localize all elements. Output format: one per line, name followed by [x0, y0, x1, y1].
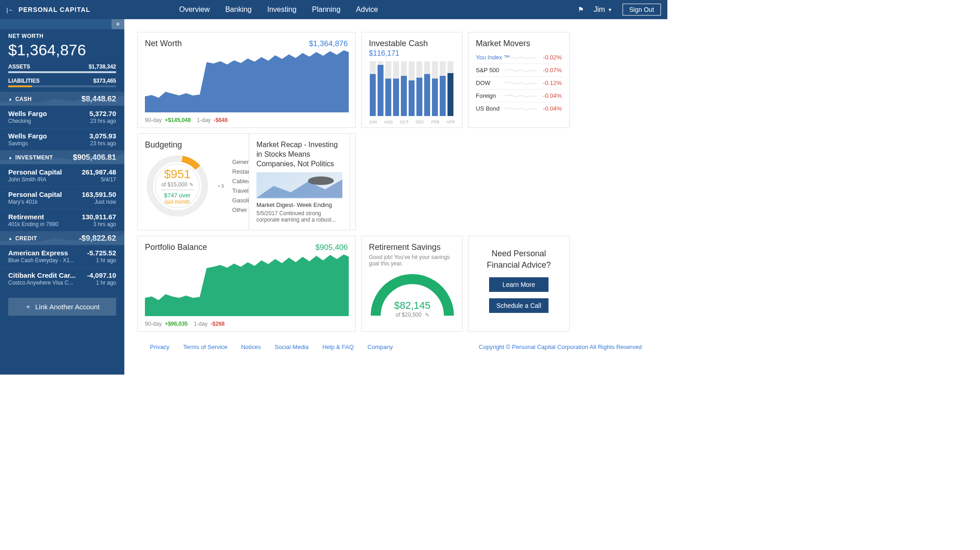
networth-label: NET WORTH	[8, 33, 116, 39]
svg-rect-11	[370, 61, 376, 74]
footer-link[interactable]: Company	[368, 344, 393, 350]
svg-rect-1	[378, 65, 383, 116]
learn-more-button[interactable]: Learn More	[489, 277, 549, 292]
svg-rect-2	[385, 79, 391, 116]
main-nav: Overview Banking Investing Planning Advi…	[179, 5, 378, 14]
portfolio-chart	[145, 252, 349, 316]
nav-investing[interactable]: Investing	[267, 5, 297, 14]
nav-planning[interactable]: Planning	[312, 5, 341, 14]
market-mover-row[interactable]: S&P 500-0.07%	[476, 64, 562, 77]
svg-rect-9	[440, 76, 446, 116]
recap-image	[256, 172, 342, 199]
investable-cash-card[interactable]: Investable Cash $116,171	[361, 32, 463, 128]
liabilities-value: $373,465	[93, 78, 116, 84]
collapse-sidebar-icon[interactable]: |←	[6, 6, 14, 13]
topbar: |← PERSONAL CAPITAL Overview Banking Inv…	[0, 0, 667, 19]
svg-rect-16	[409, 61, 415, 80]
card-title: Market Movers	[476, 39, 562, 48]
liabilities-label: LIABILITIES	[8, 78, 40, 84]
svg-rect-14	[393, 61, 399, 79]
svg-rect-20	[440, 61, 446, 76]
account-row[interactable]: Personal CapitalJohn Smith IRA261,987.48…	[0, 164, 124, 186]
market-mover-row[interactable]: DOW-0.12%	[476, 77, 562, 90]
brand-logo: PERSONAL CAPITAL	[18, 6, 90, 13]
copyright: Copyright © Personal Capital Corporation…	[479, 344, 642, 350]
card-title: Retirement Savings	[369, 243, 455, 252]
market-mover-row[interactable]: US Bond-0.04%	[476, 102, 562, 115]
add-account-button[interactable]: +	[112, 19, 124, 29]
plus-icon: ＋	[25, 302, 32, 311]
portfolio-balance-card[interactable]: Portfolio Balance $905,406 90-day +$96,0…	[137, 236, 356, 332]
market-recap-card[interactable]: Market Recap - Investing in Stocks Means…	[249, 133, 350, 230]
schedule-call-button[interactable]: Schedule a Call	[489, 298, 549, 313]
budget-donut: $951 of $15,000✎ $747 over last month	[145, 153, 210, 218]
market-movers-card[interactable]: Market Movers You Index ™-0.02%S&P 500-0…	[468, 32, 570, 128]
card-title: Portfolio Balance	[145, 243, 207, 252]
pencil-icon[interactable]: ✎	[189, 182, 193, 187]
caret-down-icon: ▼	[608, 7, 612, 12]
svg-rect-10	[447, 73, 453, 116]
bar-axis: JUNAUGOCTDECFEBAPR	[369, 120, 455, 124]
net-worth-amount: $1,364,876	[309, 39, 348, 48]
investable-amount: $116,171	[369, 49, 455, 58]
recap-title: Market Recap - Investing in Stocks Means…	[256, 140, 342, 169]
sidebar: + NET WORTH $1,364,876 ASSETS$1,738,342 …	[0, 19, 124, 375]
footer-link[interactable]: Social Media	[275, 344, 309, 350]
account-row[interactable]: Retirement401k Ending in 7890130,911.673…	[0, 209, 124, 231]
retirement-savings-card[interactable]: Retirement Savings Good job! You've hit …	[361, 236, 463, 332]
nav-banking[interactable]: Banking	[225, 5, 252, 14]
user-menu[interactable]: Jim ▼	[594, 5, 612, 14]
svg-point-26	[308, 177, 334, 185]
investable-bar-chart	[369, 61, 456, 116]
retirement-gauge: $82,145 of $20,500 ✎	[369, 272, 456, 318]
card-title: Net Worth	[145, 39, 182, 48]
assets-label: ASSETS	[8, 63, 30, 70]
portfolio-amount: $905,406	[315, 243, 348, 252]
svg-rect-3	[393, 79, 399, 116]
account-row[interactable]: Wells FargoSavings3,075.9323 hrs ago	[0, 128, 124, 150]
svg-rect-21	[447, 61, 453, 73]
svg-rect-13	[385, 61, 391, 79]
account-row[interactable]: American ExpressBlue Cash Everyday - X1.…	[0, 245, 124, 267]
svg-rect-0	[370, 74, 376, 116]
footer-link[interactable]: Terms of Service	[183, 344, 228, 350]
budget-day-marker: • 9	[218, 183, 224, 189]
dashboard-main: Net Worth $1,364,876 90-day +$145,048 1-…	[124, 19, 667, 375]
networth-value: $1,364,876	[8, 41, 116, 59]
svg-rect-17	[416, 61, 422, 78]
sign-out-button[interactable]: Sign Out	[623, 4, 661, 16]
nav-advice[interactable]: Advice	[356, 5, 378, 14]
pencil-icon[interactable]: ✎	[425, 312, 429, 317]
svg-rect-7	[424, 74, 430, 116]
account-row[interactable]: Personal CapitalMary's 401k163,591.50Jus…	[0, 186, 124, 209]
sidebar-category-investment[interactable]: ▲ INVESTMENT$905,406.81	[0, 150, 124, 164]
sidebar-category-credit[interactable]: ▲ CREDIT-$9,822.62	[0, 231, 124, 245]
link-account-button[interactable]: ＋ Link Another Account	[8, 298, 116, 316]
card-title: Investable Cash	[369, 39, 455, 48]
market-mover-row[interactable]: Foreign-0.04%	[476, 90, 562, 102]
svg-rect-12	[378, 61, 383, 65]
footer-link[interactable]: Privacy	[150, 344, 170, 350]
svg-rect-19	[432, 61, 438, 79]
account-row[interactable]: Wells FargoChecking5,372.7023 hrs ago	[0, 106, 124, 128]
net-worth-chart	[145, 48, 349, 112]
sidebar-category-cash[interactable]: ▲ CASH$8,448.62	[0, 92, 124, 106]
svg-rect-15	[401, 61, 407, 76]
footer-link[interactable]: Notices	[241, 344, 261, 350]
svg-rect-8	[432, 79, 438, 116]
flag-icon[interactable]: ⚑	[578, 5, 584, 14]
footer-link[interactable]: Help & FAQ	[322, 344, 354, 350]
svg-rect-6	[416, 78, 422, 116]
account-row[interactable]: Citibank Credit Car...Costco Anywhere Vi…	[0, 267, 124, 290]
svg-rect-4	[401, 76, 407, 116]
market-mover-row[interactable]: You Index ™-0.02%	[476, 51, 562, 64]
user-name: Jim	[594, 5, 605, 14]
advice-card: Need Personal Financial Advice? Learn Mo…	[468, 236, 570, 332]
svg-rect-5	[409, 80, 415, 116]
assets-value: $1,738,342	[89, 63, 116, 70]
footer: PrivacyTerms of ServiceNoticesSocial Med…	[137, 337, 655, 357]
nav-overview[interactable]: Overview	[179, 5, 210, 14]
assets-bar	[8, 71, 116, 73]
svg-rect-18	[424, 61, 430, 74]
net-worth-card[interactable]: Net Worth $1,364,876 90-day +$145,048 1-…	[137, 32, 356, 128]
